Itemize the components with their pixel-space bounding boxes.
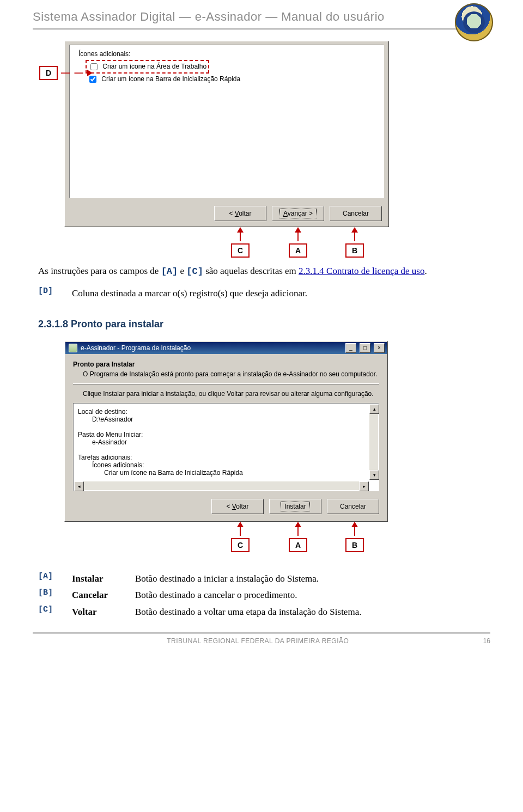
menu-label: Pasta do Menu Iniciar: <box>78 431 374 438</box>
page-footer: TRIBUNAL REGIONAL FEDERAL DA PRIMEIRA RE… <box>0 637 523 656</box>
app-icon <box>69 344 77 352</box>
checkbox-quicklaunch-row[interactable]: Criar um ícone na Barra de Inicialização… <box>87 75 240 83</box>
legend-a-desc: Botão destinado a iniciar a instalação d… <box>135 572 485 586</box>
figure2-callouts: C A B <box>64 522 388 562</box>
install-button-label: Instalar <box>281 502 309 511</box>
legend-b-desc: Botão destinado a cancelar o procediment… <box>135 588 485 602</box>
legend-row-a: [A] Instalar Botão destinado a iniciar a… <box>38 572 485 586</box>
window-body: Pronto para Instalar O Programa de Insta… <box>65 354 387 521</box>
step-subtitle: O Programa de Instalação está pronto par… <box>83 370 379 378</box>
tag-box-d: D <box>39 66 58 80</box>
legend-c-term: Voltar <box>72 605 126 619</box>
tag-box-a-2: A <box>289 538 307 552</box>
summary-box: Local de destino: D:\eAssinador Pasta do… <box>73 403 379 491</box>
callout-d: D — — <box>39 66 93 80</box>
arrow-up-icon <box>295 522 301 527</box>
legend-c-desc: Botão destinado a voltar uma etapa da in… <box>135 605 485 619</box>
checkbox-desktop-icon-row[interactable]: Criar um ícone na Área de Trabalho <box>87 62 208 72</box>
body-text: As instruções para os campos de [A] e [C… <box>0 264 523 331</box>
tasks-sub1: Ícones adicionais: <box>92 461 374 469</box>
cancel-button-label: Cancelar <box>343 210 369 217</box>
contract-link[interactable]: 2.3.1.4 Contrato de licença de uso <box>299 266 424 276</box>
maximize-button[interactable]: □ <box>360 343 370 353</box>
legend-b-mark: [B] <box>38 588 63 597</box>
intro-paragraph: As instruções para os campos de [A] e [C… <box>38 264 485 279</box>
back-button-2-label: < Voltar <box>226 503 248 510</box>
scroll-up-icon[interactable]: ▴ <box>369 404 379 414</box>
header-title: Sistema Assinador Digital — e-Assinador … <box>33 10 385 24</box>
figure2: e-Assinador - Programa de Instalação _ □… <box>64 341 388 522</box>
installer-inner: Ícones adicionais: Criar um ícone na Áre… <box>69 45 384 198</box>
button-row-2: < Voltar Instalar Cancelar <box>211 499 379 514</box>
tasks-label: Tarefas adicionais: <box>78 454 374 461</box>
tag-box-b: B <box>345 243 364 258</box>
callout-b: B <box>345 227 364 258</box>
tag-box-c-2: C <box>231 538 250 552</box>
legend: [A] Instalar Botão destinado a iniciar a… <box>0 562 523 619</box>
checkbox-desktop-icon-label: Criar um ícone na Área de Trabalho <box>102 63 206 70</box>
seal-logo <box>455 3 493 41</box>
legend-row-c: [C] Voltar Botão destinado a voltar uma … <box>38 605 485 619</box>
footer-page: 16 <box>483 637 490 645</box>
checkbox-quicklaunch-label: Criar um ícone na Barra de Inicialização… <box>101 75 240 83</box>
arrow-up-icon <box>237 227 244 233</box>
page-header: Sistema Assinador Digital — e-Assinador … <box>0 0 523 27</box>
row-d: [D] Coluna destinada a marcar o(s) regis… <box>38 286 485 301</box>
back-button-label: < Voltar <box>229 210 251 217</box>
back-button-2[interactable]: < Voltar <box>211 499 264 514</box>
tag-box-b-2: B <box>345 538 364 552</box>
header-rule <box>33 28 490 30</box>
divider <box>73 383 379 384</box>
scrollbar-vertical[interactable]: ▴ ▾ <box>369 404 378 480</box>
dash-icon: — — <box>61 68 84 78</box>
legend-a-mark: [A] <box>38 572 63 581</box>
next-button[interactable]: Avançar > <box>272 206 324 221</box>
menu-value: e-Assinador <box>92 438 374 446</box>
figure1: D — — Ícones adicionais: Criar um ícone … <box>64 41 462 264</box>
cancel-button-2[interactable]: Cancelar <box>327 499 379 514</box>
arrow-up-icon <box>351 227 358 233</box>
callout-a-2: A <box>289 522 307 552</box>
figure1-callouts: C A B <box>64 227 462 264</box>
tag-c-inline: [C] <box>186 266 203 277</box>
scroll-left-icon[interactable]: ◂ <box>74 481 84 491</box>
scroll-right-icon[interactable]: ▸ <box>359 481 369 491</box>
dest-value: D:\eAssinador <box>92 416 374 423</box>
cancel-button[interactable]: Cancelar <box>330 206 382 221</box>
callout-c-2: C <box>231 522 250 552</box>
mark-d: [D] <box>38 286 63 296</box>
icons-group-label: Ícones adicionais: <box>78 50 378 58</box>
arrow-up-icon <box>237 522 244 527</box>
next-button-label: Avançar > <box>279 209 317 218</box>
legend-c-mark: [C] <box>38 605 63 614</box>
legend-b-term: Cancelar <box>72 588 126 602</box>
dest-label: Local de destino: <box>78 408 374 416</box>
installer-window: e-Assinador - Programa de Instalação _ □… <box>64 341 388 522</box>
scroll-down-icon[interactable]: ▾ <box>369 470 379 480</box>
legend-a-term: Instalar <box>72 572 126 586</box>
titlebar: e-Assinador - Programa de Instalação _ □… <box>65 342 387 354</box>
installer-panel-1: Ícones adicionais: Criar um ícone na Áre… <box>64 41 389 227</box>
back-button[interactable]: < Voltar <box>214 206 266 221</box>
cancel-button-2-label: Cancelar <box>340 503 366 510</box>
arrow-right-icon <box>87 70 93 76</box>
tasks-sub2: Criar um ícone na Barra de Inicialização… <box>104 469 374 477</box>
footer-rule <box>33 632 490 634</box>
tag-box-c: C <box>231 243 250 258</box>
callout-c: C <box>231 227 250 258</box>
footer-org: TRIBUNAL REGIONAL FEDERAL DA PRIMEIRA RE… <box>167 637 349 645</box>
callout-a: A <box>289 227 307 258</box>
section-heading: 2.3.1.8 Pronto para instalar <box>38 318 485 331</box>
legend-row-b: [B] Cancelar Botão destinado a cancelar … <box>38 588 485 602</box>
step-title: Pronto para Instalar <box>73 361 379 368</box>
scrollbar-horizontal[interactable]: ◂ ▸ <box>74 481 369 490</box>
minimize-button[interactable]: _ <box>345 343 356 353</box>
arrow-up-icon <box>295 227 301 233</box>
button-row: < Voltar Avançar > Cancelar <box>214 206 382 221</box>
close-button[interactable]: × <box>374 343 385 353</box>
tag-box-a: A <box>289 243 307 258</box>
arrow-up-icon <box>351 522 358 527</box>
callout-b-2: B <box>345 522 364 552</box>
install-button[interactable]: Instalar <box>269 499 321 514</box>
step-hint: Clique Instalar para iniciar a instalaçã… <box>83 390 379 398</box>
